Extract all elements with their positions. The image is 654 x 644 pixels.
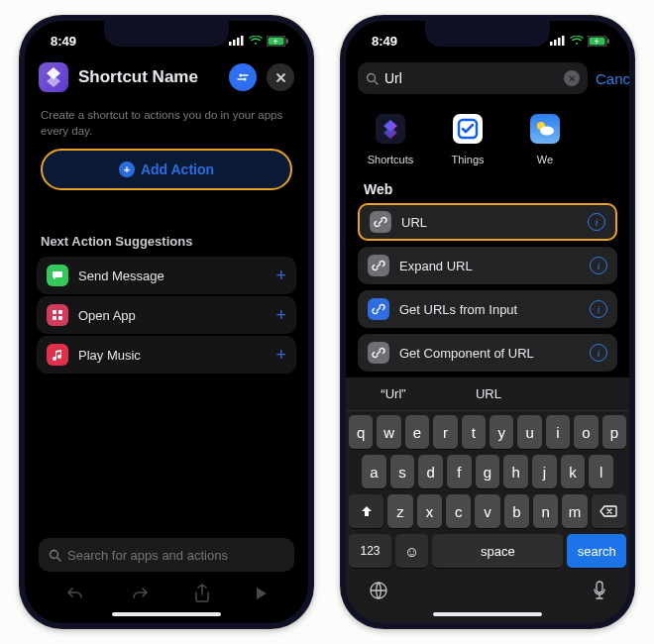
- home-indicator[interactable]: [433, 612, 542, 616]
- key-p[interactable]: p: [602, 415, 626, 449]
- key-v[interactable]: v: [475, 494, 499, 528]
- suggestion-label: Play Music: [78, 348, 275, 363]
- message-icon: [47, 265, 68, 286]
- search-field[interactable]: [39, 538, 294, 572]
- key-s[interactable]: s: [390, 455, 415, 488]
- link-icon: [368, 298, 389, 320]
- action-row-label: Expand URL: [399, 259, 590, 273]
- svg-point-13: [51, 550, 58, 558]
- svg-point-21: [368, 73, 376, 81]
- key-h[interactable]: h: [503, 455, 528, 488]
- weather-app-icon: [522, 108, 568, 149]
- key-g[interactable]: g: [476, 455, 500, 488]
- redo-button[interactable]: [130, 585, 150, 602]
- info-button[interactable]: i: [590, 257, 607, 274]
- space-key[interactable]: space: [432, 534, 563, 568]
- key-l[interactable]: l: [589, 455, 613, 488]
- notch: [425, 21, 550, 47]
- suggestion-play-music[interactable]: Play Music+: [37, 336, 296, 374]
- plus-circle-icon: +: [119, 161, 135, 177]
- key-q[interactable]: q: [349, 415, 373, 449]
- key-o[interactable]: o: [574, 415, 598, 449]
- cancel-button[interactable]: Cancel: [596, 70, 629, 87]
- key-u[interactable]: u: [517, 415, 541, 449]
- chip-label: Shortcuts: [368, 154, 413, 165]
- key-b[interactable]: b: [504, 494, 529, 528]
- settings-button[interactable]: [229, 63, 257, 91]
- svg-rect-10: [58, 310, 62, 314]
- prediction[interactable]: “Url”: [346, 386, 441, 401]
- svg-point-27: [540, 126, 554, 135]
- svg-point-8: [239, 73, 242, 76]
- key-n[interactable]: n: [533, 494, 558, 528]
- link-icon: [368, 255, 389, 276]
- svg-rect-11: [53, 316, 56, 320]
- key-t[interactable]: t: [462, 415, 486, 449]
- phone-right: 8:49 ✕ Cancel: [340, 15, 635, 629]
- suggestion-open-app[interactable]: Open App+: [37, 296, 296, 334]
- key-d[interactable]: d: [418, 455, 443, 488]
- chip-shortcuts[interactable]: Shortcuts: [360, 108, 421, 165]
- key-y[interactable]: y: [490, 415, 513, 449]
- backspace-key[interactable]: [592, 494, 626, 528]
- mode-key[interactable]: 123: [349, 534, 391, 568]
- action-search-screen: ✕ Cancel ShortcutsThingsWe Web URLiExpan…: [346, 21, 629, 623]
- add-action-button[interactable]: + Add Action: [41, 149, 292, 190]
- action-row-label: Get Component of URL: [399, 346, 590, 361]
- chip-things[interactable]: Things: [437, 108, 498, 165]
- key-x[interactable]: x: [417, 494, 442, 528]
- info-button[interactable]: i: [590, 344, 607, 362]
- emoji-key[interactable]: ☺: [395, 534, 428, 568]
- shortcut-title[interactable]: Shortcut Name: [78, 67, 219, 87]
- shift-key[interactable]: [349, 494, 383, 528]
- info-button[interactable]: i: [590, 300, 607, 318]
- action-row-url[interactable]: URLi: [358, 203, 617, 241]
- key-f[interactable]: f: [447, 455, 472, 488]
- key-j[interactable]: j: [532, 455, 557, 488]
- suggestion-label: Open App: [78, 308, 275, 323]
- editor-header: Shortcut Name: [25, 60, 308, 102]
- add-suggestion-button[interactable]: +: [275, 266, 286, 286]
- key-z[interactable]: z: [387, 494, 412, 528]
- dictation-key[interactable]: [592, 580, 607, 605]
- chip-we[interactable]: We: [514, 108, 576, 165]
- shortcut-icon[interactable]: [39, 62, 68, 92]
- search-input[interactable]: [67, 548, 284, 563]
- key-m[interactable]: m: [562, 494, 587, 528]
- key-i[interactable]: i: [546, 415, 570, 449]
- key-c[interactable]: c: [446, 494, 471, 528]
- add-action-label: Add Action: [141, 161, 214, 177]
- action-row-expand-url[interactable]: Expand URLi: [358, 247, 617, 284]
- action-row-get-urls-from-input[interactable]: Get URLs from Inputi: [358, 290, 617, 328]
- key-a[interactable]: a: [362, 455, 386, 488]
- svg-point-7: [243, 77, 246, 80]
- svg-rect-29: [597, 582, 602, 592]
- run-button[interactable]: [255, 586, 269, 601]
- action-row-label: Get URLs from Input: [399, 302, 590, 317]
- search-action-key[interactable]: search: [567, 534, 626, 568]
- suggestions-header: Next Action Suggestions: [25, 234, 308, 255]
- key-e[interactable]: e: [405, 415, 429, 449]
- action-row-get-component-of-url[interactable]: Get Component of URLi: [358, 334, 617, 372]
- action-search-field[interactable]: ✕: [358, 62, 588, 94]
- svg-rect-12: [58, 316, 62, 320]
- key-w[interactable]: w: [377, 415, 400, 449]
- prediction[interactable]: URL: [441, 386, 536, 401]
- share-button[interactable]: [194, 584, 210, 603]
- clear-search-button[interactable]: ✕: [564, 70, 580, 86]
- toolbar: [25, 572, 308, 603]
- add-suggestion-button[interactable]: +: [275, 345, 286, 366]
- action-search-input[interactable]: [384, 70, 558, 86]
- key-k[interactable]: k: [561, 455, 586, 488]
- globe-key[interactable]: [368, 580, 389, 605]
- key-r[interactable]: r: [433, 415, 457, 449]
- info-button[interactable]: i: [588, 213, 605, 231]
- home-indicator[interactable]: [112, 612, 221, 616]
- suggestion-send-message[interactable]: Send Message+: [37, 257, 296, 294]
- phone-left-screen: 8:49 Shortcut Name: [25, 21, 308, 623]
- keyboard-predictions: “Url”URL: [346, 377, 629, 411]
- close-button[interactable]: [267, 63, 294, 91]
- undo-button[interactable]: [65, 585, 85, 602]
- add-suggestion-button[interactable]: +: [275, 305, 286, 326]
- intro-text: Create a shortcut to actions you do in y…: [25, 102, 308, 149]
